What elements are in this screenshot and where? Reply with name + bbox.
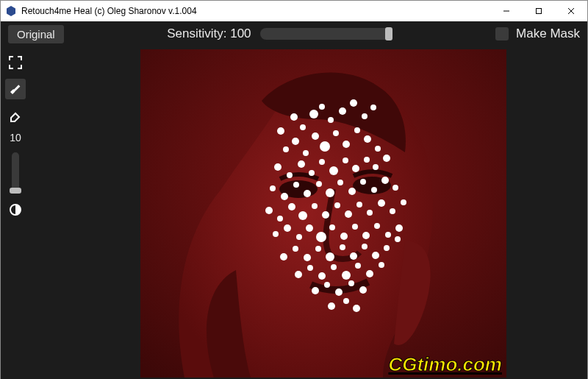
- svg-point-86: [372, 252, 379, 259]
- svg-point-55: [288, 203, 295, 210]
- svg-point-64: [390, 208, 395, 214]
- svg-point-57: [312, 203, 318, 209]
- main-row: 10: [1, 46, 587, 379]
- watermark-text: CGtimo.com: [388, 353, 502, 376]
- svg-point-65: [401, 199, 406, 205]
- svg-point-10: [277, 127, 284, 135]
- fullscreen-icon: [9, 56, 22, 69]
- minimize-button[interactable]: [490, 1, 523, 21]
- sidebar: 10: [1, 46, 30, 379]
- svg-point-53: [265, 207, 273, 214]
- maximize-button[interactable]: [523, 1, 555, 21]
- svg-point-14: [319, 104, 325, 110]
- svg-point-102: [328, 302, 335, 310]
- svg-point-33: [309, 170, 315, 176]
- detection-dots: [140, 49, 506, 378]
- brush-size-thumb[interactable]: [10, 188, 21, 194]
- svg-point-37: [352, 165, 359, 172]
- svg-point-50: [371, 187, 377, 193]
- svg-point-69: [306, 224, 313, 232]
- svg-point-93: [342, 271, 351, 280]
- brush-icon: [9, 82, 22, 96]
- fullscreen-tool[interactable]: [5, 52, 26, 73]
- brush-size-slider[interactable]: [12, 152, 19, 194]
- sensitivity-label: Sensitivity: 100: [167, 26, 251, 41]
- svg-point-79: [293, 246, 298, 252]
- svg-point-63: [378, 199, 385, 207]
- image-canvas[interactable]: CGtimo.com: [140, 49, 506, 378]
- svg-point-49: [360, 179, 366, 185]
- svg-point-101: [359, 286, 367, 294]
- svg-point-35: [329, 166, 338, 175]
- svg-point-76: [385, 232, 391, 238]
- svg-point-98: [324, 282, 330, 288]
- sensitivity-slider[interactable]: [260, 28, 392, 40]
- svg-point-78: [280, 253, 287, 261]
- window-title: Retouch4me Heal (c) Oleg Sharonov v.1.00…: [21, 6, 490, 16]
- contrast-tool[interactable]: [5, 199, 26, 220]
- svg-point-21: [292, 138, 299, 145]
- svg-point-45: [316, 181, 322, 187]
- svg-point-73: [352, 224, 358, 230]
- svg-point-32: [298, 160, 305, 168]
- svg-point-36: [343, 157, 348, 163]
- sensitivity-control: Sensitivity: 100: [167, 26, 392, 41]
- svg-point-19: [370, 105, 376, 110]
- svg-point-43: [293, 182, 299, 188]
- svg-point-28: [364, 135, 371, 143]
- svg-point-95: [366, 270, 373, 277]
- svg-point-61: [356, 202, 362, 208]
- brush-size-value: 10: [10, 132, 21, 144]
- svg-point-80: [304, 254, 311, 261]
- svg-point-74: [362, 232, 370, 239]
- svg-marker-0: [7, 6, 15, 16]
- svg-point-59: [334, 202, 340, 208]
- svg-point-84: [350, 252, 357, 260]
- eraser-icon: [9, 109, 22, 122]
- svg-point-89: [295, 271, 302, 278]
- svg-point-82: [326, 252, 334, 261]
- svg-point-17: [350, 99, 357, 107]
- svg-point-81: [315, 246, 321, 252]
- svg-point-48: [348, 188, 356, 195]
- svg-point-15: [328, 117, 334, 123]
- svg-point-12: [300, 124, 306, 130]
- original-button[interactable]: Original: [8, 25, 64, 43]
- svg-point-68: [296, 234, 302, 240]
- make-mask-checkbox[interactable]: [495, 27, 509, 40]
- titlebar: Retouch4me Heal (c) Oleg Sharonov v.1.00…: [1, 1, 587, 21]
- svg-point-103: [343, 298, 349, 304]
- svg-point-88: [395, 236, 401, 242]
- topbar: Original Sensitivity: 100 Make Mask: [1, 21, 587, 46]
- make-mask-label: Make Mask: [516, 26, 580, 41]
- brush-tool[interactable]: [5, 79, 26, 99]
- app-icon: [5, 5, 17, 17]
- svg-point-94: [355, 263, 361, 269]
- svg-point-77: [395, 224, 403, 232]
- svg-point-83: [340, 244, 345, 250]
- svg-point-20: [283, 146, 289, 152]
- svg-point-90: [307, 265, 313, 271]
- svg-point-92: [331, 264, 337, 270]
- svg-point-24: [320, 141, 330, 152]
- svg-point-34: [319, 159, 325, 165]
- canvas-area: CGtimo.com: [30, 46, 587, 379]
- svg-point-47: [337, 180, 343, 185]
- svg-point-72: [340, 233, 348, 240]
- svg-point-13: [309, 110, 318, 118]
- svg-point-38: [364, 157, 370, 163]
- svg-rect-2: [537, 9, 542, 14]
- svg-point-87: [384, 245, 390, 251]
- svg-point-29: [375, 146, 381, 152]
- svg-point-97: [312, 287, 319, 294]
- svg-point-40: [383, 155, 390, 162]
- svg-point-42: [281, 193, 288, 200]
- svg-point-23: [312, 132, 319, 140]
- sensitivity-thumb[interactable]: [385, 27, 392, 40]
- svg-point-44: [304, 190, 311, 197]
- svg-point-27: [354, 127, 360, 133]
- svg-point-39: [373, 164, 379, 170]
- close-button[interactable]: [555, 1, 587, 21]
- svg-point-91: [318, 272, 326, 280]
- eraser-tool[interactable]: [5, 105, 26, 126]
